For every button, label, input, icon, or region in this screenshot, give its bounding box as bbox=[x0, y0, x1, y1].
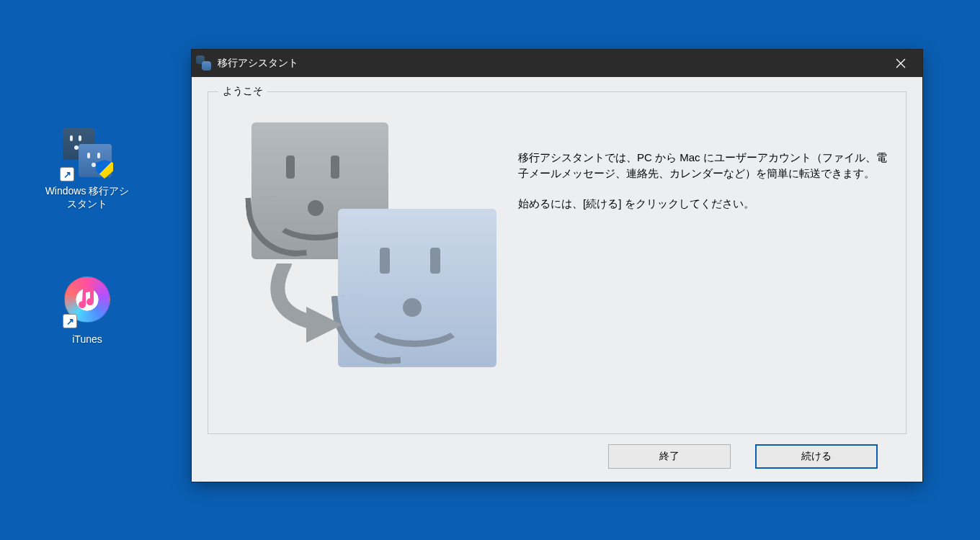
desktop-icon-label: iTunes bbox=[40, 333, 134, 346]
itunes-icon: ↗ bbox=[61, 276, 113, 328]
titlebar[interactable]: 移行アシスタント bbox=[192, 50, 922, 77]
quit-button[interactable]: 終了 bbox=[608, 444, 731, 469]
migration-assistant-dialog: 移行アシスタント ようこそ bbox=[191, 49, 923, 482]
migration-illustration bbox=[251, 122, 511, 420]
continue-button[interactable]: 続ける bbox=[755, 444, 878, 469]
welcome-groupbox: ようこそ bbox=[208, 91, 906, 434]
description-text: 移行アシスタントでは、PC から Mac にユーザーアカウント（ファイル、電子メ… bbox=[511, 108, 891, 420]
desktop-icon-itunes[interactable]: ↗ iTunes bbox=[40, 274, 134, 346]
description-paragraph: 移行アシスタントでは、PC から Mac にユーザーアカウント（ファイル、電子メ… bbox=[518, 150, 891, 181]
description-paragraph: 始めるには、[続ける] をクリックしてください。 bbox=[518, 196, 891, 212]
close-button[interactable] bbox=[883, 50, 918, 77]
transfer-arrow-icon bbox=[270, 264, 357, 343]
desktop-icon-migration-assistant[interactable]: ↗ Windows 移行アシスタント bbox=[40, 128, 134, 210]
desktop-icon-label: Windows 移行アシスタント bbox=[40, 184, 134, 210]
close-icon bbox=[896, 58, 906, 68]
window-title: 移行アシスタント bbox=[218, 57, 298, 70]
title-icon bbox=[196, 55, 212, 71]
migration-assistant-icon: ↗ bbox=[61, 128, 113, 180]
groupbox-legend: ようこそ bbox=[218, 85, 267, 98]
shortcut-arrow-icon: ↗ bbox=[63, 314, 77, 328]
shortcut-arrow-icon: ↗ bbox=[60, 167, 74, 181]
button-row: 終了 続ける bbox=[208, 434, 906, 469]
